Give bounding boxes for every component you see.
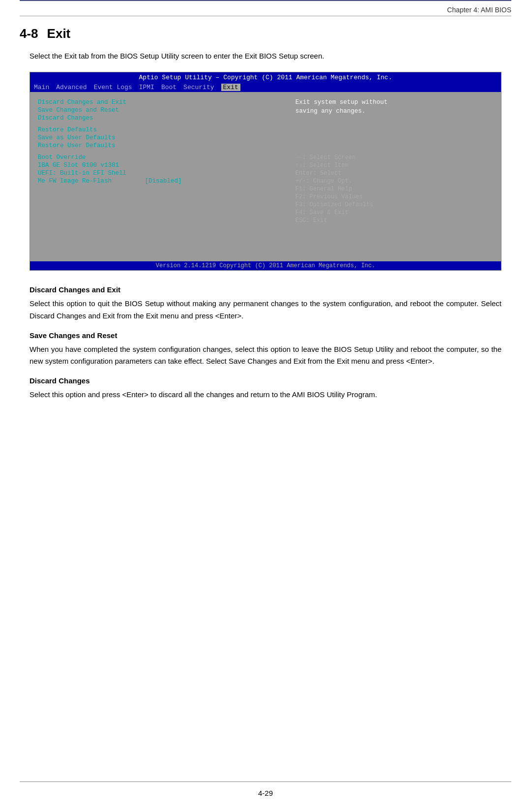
- bios-key-help: →←: Select Screen ↑↓: Select Item Enter:…: [295, 154, 493, 224]
- section-save-changes-reset-body: When you have completed the system confi…: [30, 344, 502, 368]
- key-f4: F4: Save & Exit: [295, 209, 493, 216]
- key-enter: Enter: Select: [295, 170, 493, 177]
- bios-item-boot-override: Boot Override: [38, 154, 280, 161]
- bios-item-discard-exit[interactable]: Discard Changes and Exit: [38, 99, 280, 106]
- bios-item-uefi-shell[interactable]: UEFI: Built-in EFI Shell: [38, 170, 280, 177]
- bios-title-bar: Aptio Setup Utility – Copyright (C) 2011…: [30, 72, 501, 83]
- bios-menu-bar: Main Advanced Event Logs IPMI Boot Secur…: [30, 83, 501, 92]
- bios-group-2: Restore Defaults Save as User Defaults R…: [38, 126, 280, 149]
- key-f3: F3: Optimized Defaults: [295, 201, 493, 208]
- key-f2: F2: Previous Values: [295, 193, 493, 200]
- section-save-changes-reset: Save Changes and Reset When you have com…: [30, 331, 502, 368]
- menu-boot[interactable]: Boot: [161, 84, 177, 91]
- bottom-rule: [20, 781, 511, 782]
- menu-main[interactable]: Main: [34, 84, 49, 91]
- key-esc: ESC: Exit: [295, 217, 493, 224]
- key-select-item: ↑↓: Select Item: [295, 162, 493, 169]
- bios-item-save-reset[interactable]: Save Changes and Reset: [38, 107, 280, 114]
- section-header: 4-8 Exit: [20, 26, 511, 41]
- bios-group-1: Discard Changes and Exit Save Changes an…: [38, 99, 280, 122]
- top-rule-area: Chapter 4: AMI BIOS: [20, 0, 511, 14]
- section-number: 4-8: [20, 26, 38, 41]
- page-container: Chapter 4: AMI BIOS 4-8 Exit Select the …: [0, 0, 531, 812]
- section-title: Exit: [47, 26, 71, 41]
- key-f1: F1: General Help: [295, 186, 493, 192]
- menu-advanced[interactable]: Advanced: [56, 84, 87, 91]
- bios-screenshot: Aptio Setup Utility – Copyright (C) 2011…: [30, 72, 502, 271]
- section-discard-changes-exit-title: Discard Changes and Exit: [30, 285, 502, 294]
- bios-body: Discard Changes and Exit Save Changes an…: [30, 92, 501, 259]
- page-number: 4-29: [0, 789, 531, 797]
- bios-left-panel: Discard Changes and Exit Save Changes an…: [30, 97, 288, 259]
- bios-item-restore-user-defaults[interactable]: Restore User Defaults: [38, 142, 280, 149]
- bios-right-panel: Exit system setup without saving any cha…: [288, 97, 501, 259]
- menu-exit[interactable]: Exit: [221, 84, 240, 91]
- bios-item-iba[interactable]: IBA GE Slot 0100 v1381: [38, 162, 280, 169]
- bottom-area: 4-29: [0, 781, 531, 797]
- bios-footer: Version 2.14.1219 Copyright (C) 2011 Ame…: [30, 261, 501, 270]
- bios-item-discard[interactable]: Discard Changes: [38, 115, 280, 122]
- menu-eventlogs[interactable]: Event Logs: [94, 84, 132, 91]
- bios-group-3: Boot Override IBA GE Slot 0100 v1381 UEF…: [38, 154, 280, 185]
- section-discard-changes-title: Discard Changes: [30, 376, 502, 385]
- bios-help-line-2: saving any changes.: [295, 108, 493, 115]
- bios-help-line-1: Exit system setup without: [295, 99, 493, 106]
- bios-item-me-fw[interactable]: Me FW Image Re-Flash [Disabled]: [38, 178, 280, 185]
- section-discard-changes-body: Select this option and press <Enter> to …: [30, 389, 502, 401]
- menu-security[interactable]: Security: [183, 84, 214, 91]
- menu-ipmi[interactable]: IPMI: [139, 84, 154, 91]
- key-select-screen: →←: Select Screen: [295, 154, 493, 161]
- key-change: +/-: Change Opt.: [295, 178, 493, 185]
- bios-item-save-user-defaults[interactable]: Save as User Defaults: [38, 134, 280, 141]
- section-rule: [20, 16, 511, 16]
- section-save-changes-reset-title: Save Changes and Reset: [30, 331, 502, 340]
- chapter-label: Chapter 4: AMI BIOS: [20, 6, 511, 14]
- intro-text: Select the Exit tab from the BIOS Setup …: [30, 50, 502, 62]
- section-discard-changes-exit: Discard Changes and Exit Select this opt…: [30, 285, 502, 322]
- section-discard-changes-exit-body: Select this option to quit the BIOS Setu…: [30, 298, 502, 322]
- bios-item-restore-defaults[interactable]: Restore Defaults: [38, 126, 280, 133]
- section-discard-changes: Discard Changes Select this option and p…: [30, 376, 502, 401]
